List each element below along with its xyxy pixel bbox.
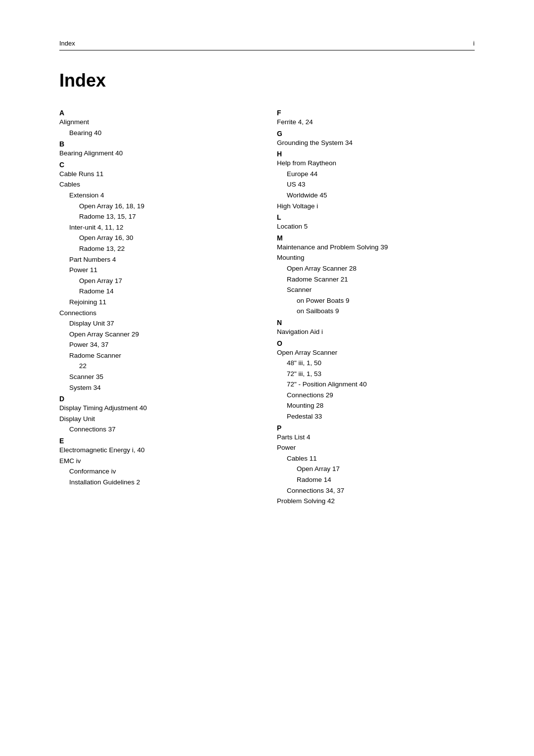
index-entry: Help from Raytheon: [277, 158, 475, 169]
section-letter: O: [277, 339, 475, 347]
section-letter: A: [59, 109, 247, 117]
section-letter: L: [277, 213, 475, 221]
page: Index i Index AAlignmentBearing 40BBeari…: [0, 0, 534, 756]
index-entry: Part Numbers 4: [59, 254, 247, 265]
index-entry: Cables 11: [277, 453, 475, 464]
index-entry: Conformance iv: [59, 466, 247, 477]
index-entry: Open Array 17: [277, 464, 475, 474]
index-entry: 72" iii, 1, 53: [277, 369, 475, 379]
header-bar: Index i: [59, 40, 475, 50]
section-letter: G: [277, 130, 475, 138]
index-entry: Mounting 28: [277, 400, 475, 411]
section-letter: N: [277, 319, 475, 327]
index-entry: Open Array Scanner: [277, 347, 475, 358]
header-left: Index: [59, 40, 75, 47]
index-entry: Cables: [59, 179, 247, 190]
index-entry: Radome Scanner: [59, 350, 247, 361]
section-letter: M: [277, 234, 475, 242]
index-entry: Navigation Aid i: [277, 327, 475, 337]
section-letter: C: [59, 161, 247, 169]
index-entry: Worldwide 45: [277, 190, 475, 201]
index-entry: Open Array Scanner 29: [59, 329, 247, 340]
index-entry: Inter-unit 4, 11, 12: [59, 222, 247, 233]
section-letter: H: [277, 150, 475, 158]
index-entry: 22: [59, 361, 247, 372]
index-entry: on Sailboats 9: [277, 306, 475, 317]
index-entry: Electromagnetic Energy i, 40: [59, 445, 247, 456]
index-entry: Connections 37: [59, 424, 247, 435]
column-left: AAlignmentBearing 40BBearing Alignment 4…: [59, 107, 247, 487]
index-entry: Open Array 16, 30: [59, 233, 247, 243]
index-entry: Problem Solving 42: [277, 496, 475, 507]
index-entry: Radome 13, 22: [59, 243, 247, 254]
index-entry: Cable Runs 11: [59, 169, 247, 180]
index-entry: Open Array Scanner 28: [277, 263, 475, 274]
index-entry: Radome Scanner 21: [277, 274, 475, 285]
index-entry: Rejoining 11: [59, 297, 247, 308]
index-entry: Connections 34, 37: [277, 485, 475, 496]
index-entry: Radome 14: [277, 474, 475, 485]
index-entry: Power 34, 37: [59, 339, 247, 350]
index-columns: AAlignmentBearing 40BBearing Alignment 4…: [59, 107, 475, 507]
index-entry: Scanner: [277, 284, 475, 295]
section-letter: P: [277, 424, 475, 432]
index-entry: Parts List 4: [277, 432, 475, 443]
index-entry: Open Array 16, 18, 19: [59, 201, 247, 212]
index-entry: Extension 4: [59, 190, 247, 201]
section-letter: F: [277, 109, 475, 117]
index-entry: Display Unit 37: [59, 318, 247, 329]
index-entry: Connections: [59, 308, 247, 319]
column-right: FFerrite 4, 24GGrounding the System 34HH…: [277, 107, 475, 507]
index-entry: Bearing 40: [59, 128, 247, 139]
index-entry: 48" iii, 1, 50: [277, 358, 475, 369]
index-entry: Power 11: [59, 265, 247, 276]
index-entry: Maintenance and Problem Solving 39: [277, 242, 475, 253]
index-entry: Open Array 17: [59, 276, 247, 286]
index-entry: Location 5: [277, 221, 475, 232]
index-entry: Scanner 35: [59, 372, 247, 382]
index-entry: 72" - Position Alignment 40: [277, 379, 475, 390]
section-letter: E: [59, 437, 247, 445]
header-right: i: [473, 40, 475, 47]
index-entry: Radome 14: [59, 286, 247, 297]
index-entry: US 43: [277, 179, 475, 190]
index-entry: Radome 13, 15, 17: [59, 211, 247, 222]
index-entry: Display Unit: [59, 414, 247, 425]
index-entry: Grounding the System 34: [277, 138, 475, 148]
index-entry: Installation Guidelines 2: [59, 477, 247, 488]
index-entry: Europe 44: [277, 169, 475, 180]
section-letter: D: [59, 395, 247, 403]
index-entry: on Power Boats 9: [277, 295, 475, 306]
index-entry: Alignment: [59, 117, 247, 128]
page-title: Index: [59, 70, 475, 91]
index-entry: EMC iv: [59, 456, 247, 467]
index-entry: Power: [277, 442, 475, 453]
index-entry: Pedestal 33: [277, 411, 475, 422]
section-letter: B: [59, 140, 247, 148]
index-entry: High Voltage i: [277, 201, 475, 212]
index-entry: Bearing Alignment 40: [59, 148, 247, 159]
index-entry: Connections 29: [277, 390, 475, 401]
index-entry: Ferrite 4, 24: [277, 117, 475, 128]
index-entry: Mounting: [277, 252, 475, 263]
index-entry: Display Timing Adjustment 40: [59, 403, 247, 414]
index-entry: System 34: [59, 382, 247, 393]
